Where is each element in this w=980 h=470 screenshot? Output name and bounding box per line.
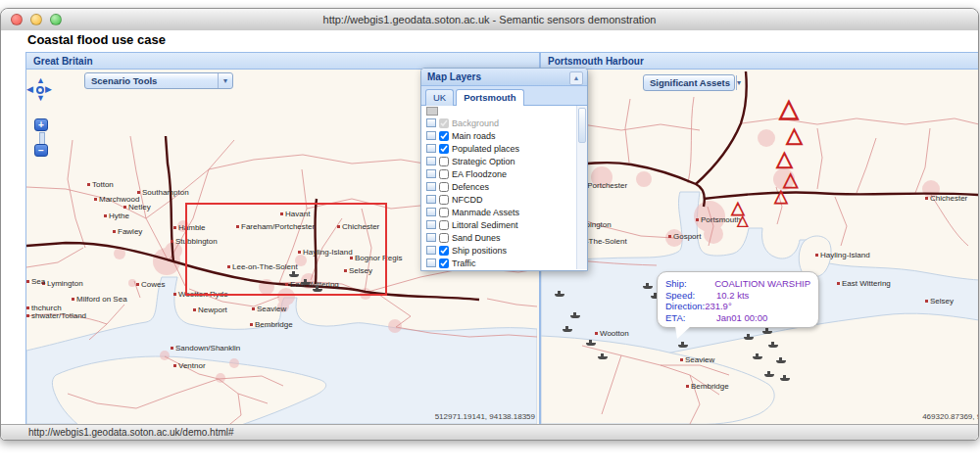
- layer-label[interactable]: Populated places: [452, 144, 519, 154]
- layer-label[interactable]: Defences: [452, 182, 489, 192]
- layer-checkbox-nfcdd[interactable]: [439, 195, 449, 205]
- tab-portsmouth[interactable]: Portsmouth: [456, 89, 523, 106]
- zoom-out-button[interactable]: −: [34, 144, 48, 157]
- layer-checkbox-traffic[interactable]: [439, 258, 449, 268]
- portsmouth-map-render: [541, 70, 978, 424]
- ship-icon[interactable]: [768, 342, 778, 348]
- layer-row-defences[interactable]: Defences: [421, 180, 587, 193]
- ship-icon[interactable]: [563, 326, 572, 332]
- ship-icon[interactable]: [762, 328, 772, 334]
- layer-row-background[interactable]: Background: [421, 117, 587, 129]
- close-window-button[interactable]: [11, 14, 23, 25]
- dropdown-arrow-icon[interactable]: ▾: [736, 75, 741, 90]
- place-label: shwater/Totland: [26, 311, 86, 320]
- ship-icon[interactable]: [753, 353, 762, 359]
- direction-label: Direction:: [665, 301, 705, 312]
- layer-checkbox-main-roads[interactable]: [439, 131, 449, 141]
- layer-row-littoral-sediment[interactable]: Littoral Sediment: [421, 218, 587, 231]
- layer-checkbox-populated-places[interactable]: [439, 144, 449, 154]
- layer-icon: [426, 246, 436, 255]
- pan-left-button[interactable]: ◀: [26, 84, 33, 94]
- direction-value: 231.9°: [705, 301, 732, 312]
- layer-row-strategic-option[interactable]: Strategic Option: [421, 155, 587, 167]
- portsmouth-harbour-panel-header: Portsmouth Harbour: [541, 53, 978, 70]
- layer-row-ea-floodzone[interactable]: EA Floodzone: [421, 167, 587, 180]
- layer-tree: Background Main roads Populated places S…: [421, 106, 587, 269]
- pan-right-button[interactable]: ▶: [45, 84, 52, 94]
- layer-checkbox-littoral-sediment[interactable]: [439, 220, 449, 230]
- ship-icon[interactable]: [744, 334, 754, 340]
- ship-icon[interactable]: [570, 312, 580, 318]
- layer-row-nfcdd[interactable]: NFCDD: [421, 193, 587, 206]
- significant-assets-button[interactable]: Significant Assets ▾: [643, 74, 735, 91]
- ship-icon[interactable]: [764, 371, 774, 377]
- asset-icon[interactable]: △: [737, 212, 749, 227]
- layer-checkbox-ea-floodzone[interactable]: [439, 169, 449, 179]
- ship-icon[interactable]: [586, 340, 596, 346]
- scenario-tools-button[interactable]: Scenario Tools ▾: [84, 72, 233, 89]
- layer-row-manmade-assets[interactable]: Manmade Assets: [421, 206, 587, 218]
- ship-icon[interactable]: [301, 279, 311, 285]
- asset-icon[interactable]: △: [786, 124, 803, 146]
- ship-icon[interactable]: [555, 291, 564, 297]
- layer-checkbox-strategic-option[interactable]: [439, 157, 449, 166]
- place-label: Selsey: [925, 297, 954, 306]
- layer-label[interactable]: NFCDD: [452, 195, 483, 205]
- layer-row-traffic[interactable]: Traffic: [421, 257, 587, 269]
- layer-checkbox-background[interactable]: [439, 118, 449, 128]
- zoom-window-button[interactable]: [50, 14, 62, 25]
- layer-checkbox-sand-dunes[interactable]: [439, 233, 449, 243]
- place-label: Lymington: [42, 279, 83, 288]
- layer-row-sand-dunes[interactable]: Sand Dunes: [421, 231, 587, 244]
- window-titlebar[interactable]: http://webgis1.geodata.soton.ac.uk - Sem…: [1, 9, 978, 31]
- layer-label[interactable]: Main roads: [452, 131, 496, 141]
- ship-icon[interactable]: [780, 375, 790, 381]
- layer-label[interactable]: Littoral Sediment: [452, 220, 518, 230]
- ship-icon[interactable]: [643, 283, 653, 289]
- layer-label[interactable]: EA Floodzone: [452, 169, 507, 179]
- dropdown-arrow-icon[interactable]: ▾: [218, 73, 232, 88]
- ship-icon[interactable]: [678, 342, 688, 348]
- portsmouth-harbour-map[interactable]: Fareham/Portchester Chichester Stubbingt…: [541, 70, 978, 424]
- layer-icon: [426, 220, 436, 229]
- place-label: Bembridge: [250, 320, 293, 329]
- map-layers-header[interactable]: Map Layers ▲: [421, 69, 587, 86]
- asset-icon[interactable]: △: [774, 187, 788, 205]
- layer-icon: [426, 182, 436, 191]
- layer-label[interactable]: Sand Dunes: [452, 233, 501, 243]
- pan-center-icon: [36, 86, 44, 94]
- ship-icon[interactable]: [289, 271, 299, 277]
- ship-icon[interactable]: [776, 357, 786, 363]
- zoom-in-button[interactable]: +: [34, 118, 48, 131]
- layer-label[interactable]: Manmade Assets: [452, 208, 519, 217]
- ship-label: Ship:: [665, 278, 714, 290]
- pan-down-button[interactable]: ▼: [36, 93, 45, 103]
- map-layers-title: Map Layers: [427, 71, 481, 82]
- ship-icon[interactable]: [313, 286, 322, 292]
- layer-tree-scrollbar[interactable]: [576, 106, 587, 269]
- layer-row-ship-positions[interactable]: Ship positions: [421, 244, 587, 257]
- layer-label[interactable]: Strategic Option: [452, 157, 515, 166]
- layer-icon: [426, 169, 436, 178]
- tab-uk[interactable]: UK: [425, 89, 454, 106]
- pan-up-button[interactable]: ▲: [36, 75, 45, 85]
- place-label: Hythe: [104, 212, 129, 220]
- extent-rectangle: [185, 203, 387, 296]
- asset-icon[interactable]: △: [779, 95, 799, 120]
- layer-label[interactable]: Background: [452, 118, 499, 128]
- coordinates-readout: 469320.87369, 90323: [922, 412, 978, 421]
- layer-checkbox-defences[interactable]: [439, 182, 449, 192]
- place-label: Totton: [87, 180, 114, 189]
- minimize-window-button[interactable]: [30, 14, 42, 25]
- ship-icon[interactable]: [598, 353, 608, 359]
- asset-icon[interactable]: △: [776, 148, 793, 169]
- layer-row-main-roads[interactable]: Main roads: [421, 129, 587, 142]
- status-bar: http://webgis1.geodata.soton.ac.uk/demo.…: [1, 424, 978, 440]
- layer-checkbox-manmade-assets[interactable]: [439, 208, 449, 217]
- collapse-panel-button[interactable]: ▲: [569, 71, 583, 85]
- tree-root-icon: [426, 107, 438, 116]
- layer-row-populated-places[interactable]: Populated places: [421, 142, 587, 155]
- layer-label[interactable]: Ship positions: [452, 246, 507, 256]
- layer-checkbox-ship-positions[interactable]: [439, 246, 449, 256]
- layer-label[interactable]: Traffic: [452, 258, 476, 268]
